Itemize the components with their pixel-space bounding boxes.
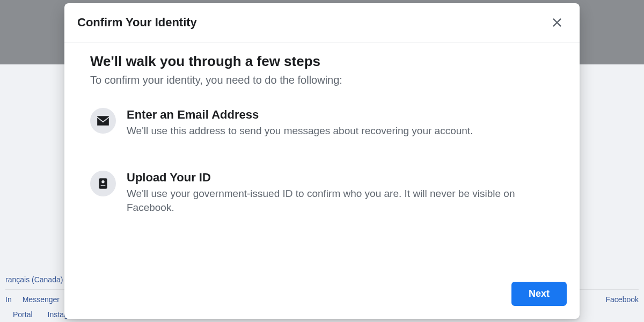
modal-footer: Next xyxy=(64,273,580,319)
step-email-desc: We'll use this address to send you messa… xyxy=(127,124,554,138)
modal-header: Confirm Your Identity xyxy=(64,3,580,42)
step-email: Enter an Email Address We'll use this ad… xyxy=(90,108,554,138)
step-upload-content: Upload Your ID We'll use your government… xyxy=(127,171,554,215)
id-card-icon xyxy=(90,171,116,196)
confirm-identity-modal: Confirm Your Identity We'll walk you thr… xyxy=(64,3,580,319)
step-upload-id: Upload Your ID We'll use your government… xyxy=(90,171,554,215)
step-email-title: Enter an Email Address xyxy=(127,108,554,122)
step-email-content: Enter an Email Address We'll use this ad… xyxy=(127,108,554,138)
next-button[interactable]: Next xyxy=(511,282,567,306)
close-icon xyxy=(551,17,563,28)
step-upload-title: Upload Your ID xyxy=(127,171,554,185)
svg-rect-2 xyxy=(99,178,107,189)
body-heading: We'll walk you through a few steps xyxy=(90,53,554,70)
step-upload-desc: We'll use your government-issued ID to c… xyxy=(127,187,554,215)
svg-point-3 xyxy=(101,180,104,183)
modal-overlay: Confirm Your Identity We'll walk you thr… xyxy=(0,0,644,322)
modal-body: We'll walk you through a few steps To co… xyxy=(64,42,580,273)
email-icon xyxy=(90,108,116,134)
svg-rect-4 xyxy=(101,185,106,186)
close-button[interactable] xyxy=(547,13,567,32)
modal-title: Confirm Your Identity xyxy=(77,16,197,30)
body-subheading: To confirm your identity, you need to do… xyxy=(90,74,554,86)
